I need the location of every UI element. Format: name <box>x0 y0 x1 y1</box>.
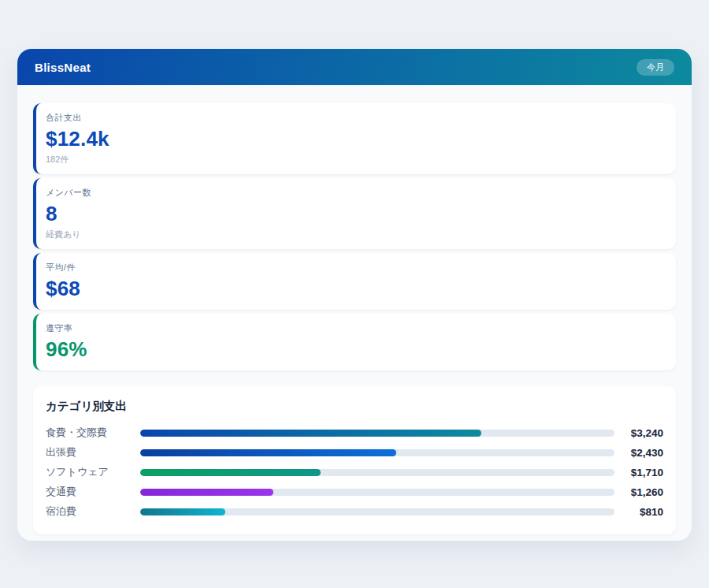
category-card: カテゴリ別支出 食費・交際費 $3,240 出張費 $2,430 ソフトウェア … <box>33 386 676 534</box>
category-row-label: 食費・交際費 <box>46 426 140 440</box>
stat-value: $12.4k <box>46 128 663 151</box>
category-row-value: $1,710 <box>619 467 663 478</box>
category-row: ソフトウェア $1,710 <box>46 463 663 482</box>
page-background: BlissNeat 今月 合計支出 $12.4k 182件 メンバー数 8 経費… <box>0 0 709 588</box>
category-row-label: 交通費 <box>46 485 140 499</box>
category-rows: 食費・交際費 $3,240 出張費 $2,430 ソフトウェア $1,710 交… <box>46 423 663 522</box>
category-row-label: 出張費 <box>46 445 140 460</box>
category-bar-fill <box>140 449 396 456</box>
category-row: 宿泊費 $810 <box>46 502 663 522</box>
stat-label: 遵守率 <box>46 322 663 334</box>
app-header: BlissNeat 今月 <box>17 49 692 85</box>
category-title: カテゴリ別支出 <box>46 399 663 414</box>
category-bar-fill <box>140 489 273 496</box>
stat-card: メンバー数 8 経費あり <box>33 178 676 249</box>
stat-card: 遵守率 96% <box>33 314 676 370</box>
app-title: BlissNeat <box>35 61 91 74</box>
category-bar-fill <box>140 469 321 476</box>
stat-cards: 合計支出 $12.4k 182件 メンバー数 8 経費あり 平均/件 $68 遵… <box>33 103 676 370</box>
stat-value: $68 <box>46 277 663 301</box>
category-bar-fill <box>140 430 481 437</box>
period-badge[interactable]: 今月 <box>637 59 674 76</box>
stat-label: 合計支出 <box>46 112 663 124</box>
category-row: 食費・交際費 $3,240 <box>46 423 663 443</box>
category-row-value: $1,260 <box>619 486 663 498</box>
category-row: 出張費 $2,430 <box>46 443 663 463</box>
category-row: 交通費 $1,260 <box>46 482 663 502</box>
stat-subtext: 経費あり <box>46 229 663 240</box>
category-row-value: $810 <box>619 506 663 518</box>
category-row-value: $2,430 <box>619 447 663 459</box>
category-row-label: 宿泊費 <box>46 504 140 519</box>
stat-value: 96% <box>46 338 663 362</box>
category-bar-track <box>140 508 614 515</box>
stat-card: 合計支出 $12.4k 182件 <box>33 103 676 174</box>
app-panel: BlissNeat 今月 合計支出 $12.4k 182件 メンバー数 8 経費… <box>17 49 692 541</box>
category-bar-fill <box>140 508 225 515</box>
category-row-value: $3,240 <box>619 427 663 439</box>
stat-value: 8 <box>46 203 663 226</box>
main-content: 合計支出 $12.4k 182件 メンバー数 8 経費あり 平均/件 $68 遵… <box>17 85 692 550</box>
category-bar-track <box>140 489 614 496</box>
stat-label: 平均/件 <box>46 262 663 274</box>
category-row-label: ソフトウェア <box>46 465 140 479</box>
stat-card: 平均/件 $68 <box>33 253 676 310</box>
stat-label: メンバー数 <box>46 187 663 199</box>
category-bar-track <box>140 430 614 437</box>
category-bar-track <box>140 449 614 456</box>
category-bar-track <box>140 469 614 476</box>
stat-subtext: 182件 <box>46 154 663 166</box>
